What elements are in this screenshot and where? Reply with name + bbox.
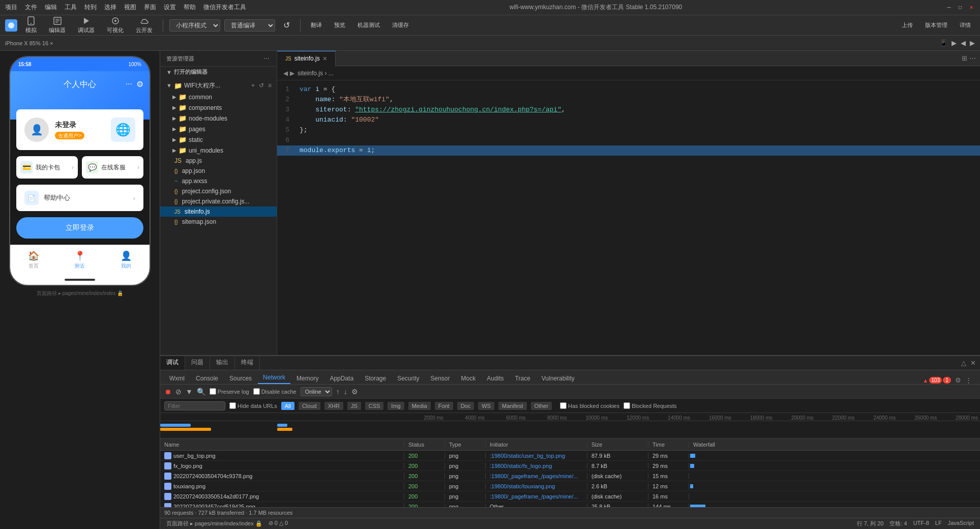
tree-folder-node-modules[interactable]: ▶ 📁 node-modules	[160, 113, 277, 124]
tree-file-appwxss[interactable]: ~ app.wxss	[160, 176, 277, 186]
col-time-header[interactable]: Time	[648, 442, 689, 448]
collapse-all-button[interactable]: ≡	[267, 81, 273, 90]
menu-item-view[interactable]: 视图	[124, 3, 136, 12]
play-button[interactable]: ▶	[952, 39, 957, 47]
phone-tab-nearby[interactable]: 📍 附近	[56, 248, 103, 272]
col-name-header[interactable]: Name	[160, 442, 404, 448]
clear-cache-button[interactable]: 清缓存	[388, 19, 413, 31]
devtools-maximize-button[interactable]: △	[961, 359, 966, 367]
back-button[interactable]: ◀	[961, 39, 966, 47]
tree-section-open-editors[interactable]: ▼ 打开的编辑器	[160, 67, 277, 77]
network-row-3[interactable]: 20220724003504704c9378.png 200 png :1980…	[160, 471, 980, 481]
filter-manifest[interactable]: Manifest	[498, 402, 527, 410]
devtools-mock-tab[interactable]: Mock	[456, 373, 481, 384]
devtools-right-actions[interactable]: △ ✕	[957, 356, 980, 370]
mode-select[interactable]: 小程序模式	[169, 19, 220, 32]
preserve-log-input[interactable]	[210, 388, 216, 395]
disable-cache-input[interactable]	[253, 388, 260, 395]
close-button[interactable]: ✕	[968, 4, 975, 11]
upload-button[interactable]: 上传	[898, 19, 917, 31]
filter-other[interactable]: Other	[531, 402, 552, 410]
editor-tab-actions[interactable]: ⊞ ⋯	[958, 54, 980, 62]
add-file-button[interactable]: +	[250, 81, 256, 90]
devtools-storage-tab[interactable]: Storage	[360, 373, 391, 384]
editor-tab-siteinfo[interactable]: JS siteinfo.js ×	[277, 51, 336, 66]
window-controls[interactable]: ─ □ ✕	[945, 4, 975, 11]
phone-icon-button[interactable]: 📱	[939, 39, 947, 47]
editor-button[interactable]: 编辑器	[45, 14, 70, 36]
devtools-audits-tab[interactable]: Audits	[482, 373, 509, 384]
tree-project-root[interactable]: ▼ 📁 WIFI大程序... + ↺ ≡	[160, 79, 277, 92]
random-test-button[interactable]: 机器测试	[353, 19, 384, 31]
tree-actions[interactable]: + ↺ ≡	[250, 81, 273, 90]
more-tab-options[interactable]: ⋯	[969, 54, 976, 62]
tree-folder-common[interactable]: ▶ 📁 common	[160, 92, 277, 102]
tab-close-icon[interactable]: ×	[323, 55, 327, 62]
breadcrumb-nav[interactable]: ◀ ▶	[283, 70, 294, 77]
network-row-2[interactable]: fx_logo.png 200 png :19800/static/fx_log…	[160, 461, 980, 471]
devtools-trace-tab[interactable]: Trace	[510, 373, 536, 384]
phone-header-icons[interactable]: ··· ⚙	[126, 79, 143, 89]
refresh-tree-button[interactable]: ↺	[258, 81, 265, 90]
filter-dropdown-button[interactable]: ▼	[186, 388, 193, 396]
minimize-button[interactable]: ─	[945, 4, 953, 11]
devtools-close-button[interactable]: ✕	[970, 359, 976, 367]
menu-item-help[interactable]: 帮助	[184, 3, 196, 12]
tree-folder-pages[interactable]: ▶ 📁 pages	[160, 124, 277, 134]
devtools-tab-terminal[interactable]: 终端	[235, 356, 260, 370]
col-type-header[interactable]: Type	[445, 442, 486, 448]
preview-button[interactable]: 预览	[330, 19, 349, 31]
version-button[interactable]: 版本管理	[921, 19, 952, 31]
disable-cache-checkbox[interactable]: Disable cache	[253, 388, 296, 395]
menu-item-settings[interactable]: 设置	[164, 3, 176, 12]
record-button[interactable]: ⏺	[164, 388, 171, 396]
devtools-network-tab[interactable]: Network	[258, 372, 290, 384]
devtools-console-tab[interactable]: Console	[191, 373, 223, 384]
translate-button[interactable]: 翻译	[307, 19, 326, 31]
cloud-button[interactable]: 云开发	[132, 14, 157, 36]
network-row-6[interactable]: 20220724003457ccd519425.png 200 png Othe…	[160, 502, 980, 507]
hide-data-urls-checkbox[interactable]: Hide data URLs	[229, 402, 277, 409]
search-network-button[interactable]: 🔍	[197, 388, 205, 396]
has-blocked-cookies-checkbox[interactable]: Has blocked cookies	[560, 402, 619, 409]
simulator-button[interactable]: 模拟	[21, 14, 41, 36]
tree-folder-uni-modules[interactable]: ▶ 📁 uni_modules	[160, 145, 277, 156]
back-nav-button[interactable]: ◀	[283, 70, 288, 77]
settings-icon[interactable]: ⚙	[136, 79, 143, 89]
new-file-button[interactable]: ⋯	[262, 54, 271, 63]
menu-item-project[interactable]: 项目	[5, 3, 17, 12]
devtools-tab-output[interactable]: 输出	[210, 356, 235, 370]
blocked-requests-checkbox[interactable]: Blocked Requests	[623, 402, 677, 409]
hide-data-urls-input[interactable]	[229, 402, 236, 409]
has-blocked-cookies-input[interactable]	[560, 402, 567, 409]
tree-folder-components[interactable]: ▶ 📁 components	[160, 102, 277, 113]
tree-file-siteinfo[interactable]: JS siteinfo.js	[160, 207, 277, 217]
col-size-header[interactable]: Size	[587, 442, 648, 448]
import-har-button[interactable]: ↑	[336, 388, 340, 396]
col-initiator-header[interactable]: Initiator	[486, 442, 587, 448]
menu-item-interface[interactable]: 界面	[144, 3, 156, 12]
filter-js[interactable]: JS	[347, 402, 361, 410]
settings-network-button[interactable]: ⚙	[351, 388, 358, 396]
preserve-log-checkbox[interactable]: Preserve log	[210, 388, 249, 395]
devtools-security-tab[interactable]: Security	[392, 373, 424, 384]
filter-xhr[interactable]: XHR	[324, 402, 343, 410]
devtools-settings-button[interactable]: ⚙	[955, 376, 961, 384]
compile-select[interactable]: 普通编译	[224, 19, 275, 32]
devtools-sources-tab[interactable]: Sources	[224, 373, 257, 384]
split-editor-button[interactable]: ⊞	[962, 54, 967, 62]
forward-nav-button[interactable]: ▶	[290, 70, 294, 77]
menu-item-goto[interactable]: 转到	[84, 3, 97, 12]
phone-menu-help[interactable]: 📄 帮助中心 ›	[16, 185, 143, 211]
refresh-button[interactable]: ↺	[279, 18, 294, 32]
export-har-button[interactable]: ↓	[344, 388, 347, 396]
clear-network-button[interactable]: ⊘	[175, 388, 182, 396]
devtools-wxml-tab[interactable]: Wxml	[164, 373, 190, 384]
debugger-button[interactable]: 调试器	[74, 14, 99, 36]
menu-item-edit[interactable]: 编辑	[45, 3, 57, 12]
restore-button[interactable]: □	[957, 4, 964, 11]
panel-actions[interactable]: ⋯	[262, 54, 271, 63]
connection-type-select[interactable]: Online	[301, 387, 332, 396]
menu-item-select[interactable]: 选择	[104, 3, 116, 12]
devtools-sensor-tab[interactable]: Sensor	[426, 373, 455, 384]
